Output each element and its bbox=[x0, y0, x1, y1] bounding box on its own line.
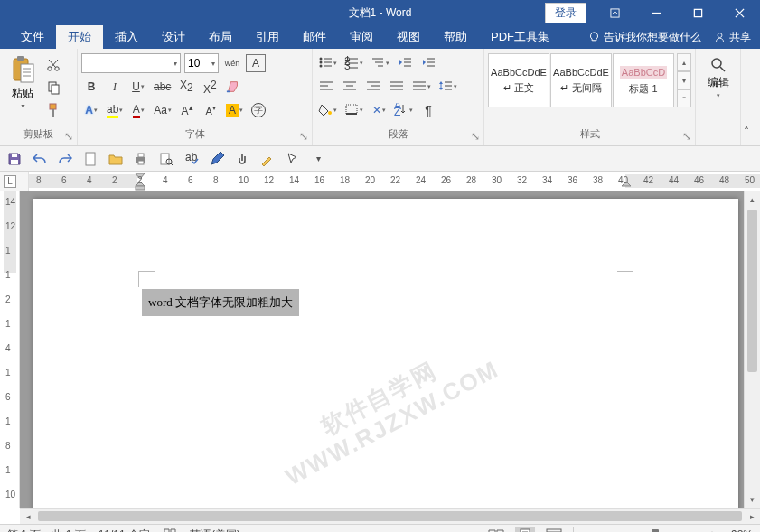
increase-indent-button[interactable] bbox=[418, 53, 438, 73]
collapse-ribbon-button[interactable]: ˄ bbox=[737, 122, 756, 142]
char-border-button[interactable]: A bbox=[246, 54, 266, 72]
spellcheck-status[interactable] bbox=[163, 527, 177, 533]
numbering-button[interactable]: 123▾ bbox=[342, 53, 365, 73]
cut-button[interactable] bbox=[43, 55, 63, 75]
style-normal[interactable]: AaBbCcDdE ↵ 正文 bbox=[488, 53, 549, 107]
redo-button[interactable] bbox=[56, 150, 74, 168]
zoom-in-button[interactable]: + bbox=[702, 527, 722, 532]
maximize-icon[interactable] bbox=[677, 0, 718, 25]
quick-print-button[interactable] bbox=[132, 150, 150, 168]
scroll-right-button[interactable]: ▸ bbox=[744, 509, 760, 525]
font-launcher[interactable]: ⤡ bbox=[298, 131, 309, 142]
copy-button[interactable] bbox=[43, 78, 63, 98]
ruler-horizontal[interactable]: 8642246810121416182022242628303234363840… bbox=[29, 172, 760, 191]
char-shading-button[interactable]: A▾ bbox=[224, 100, 245, 120]
new-button[interactable] bbox=[81, 150, 99, 168]
scrollbar-horizontal[interactable]: ◂ ▸ bbox=[20, 508, 760, 524]
minimize-icon[interactable] bbox=[635, 0, 677, 25]
strikethrough-button[interactable]: abc bbox=[152, 77, 173, 97]
ink-button[interactable] bbox=[208, 150, 226, 168]
find-button[interactable]: 编辑 ▾ bbox=[699, 51, 737, 99]
page-number[interactable]: 第 1 页，共 1 页 bbox=[7, 527, 86, 533]
borders-button[interactable]: ▾ bbox=[342, 100, 365, 120]
highlight-button[interactable]: ab▾ bbox=[105, 100, 125, 120]
grow-font-button[interactable]: A▴ bbox=[177, 100, 197, 120]
tab-view[interactable]: 视图 bbox=[385, 25, 432, 49]
styles-launcher[interactable]: ⤡ bbox=[681, 131, 692, 142]
subscript-button[interactable]: X2 bbox=[176, 77, 196, 97]
word-count[interactable]: 11/11 个字 bbox=[99, 527, 150, 533]
scroll-up-button[interactable]: ▴ bbox=[745, 191, 760, 208]
scroll-thumb-v[interactable] bbox=[747, 210, 757, 372]
style-scroll-up[interactable]: ▴ bbox=[677, 53, 691, 71]
customize-qat[interactable]: ▾ bbox=[309, 150, 327, 168]
font-size-combo[interactable]: 10▾ bbox=[184, 53, 219, 73]
sort-button[interactable]: AZ▾ bbox=[392, 100, 415, 120]
align-distribute-button[interactable]: ▾ bbox=[410, 77, 433, 97]
tab-file[interactable]: 文件 bbox=[9, 25, 56, 49]
tab-home[interactable]: 开始 bbox=[56, 25, 103, 49]
tell-me[interactable]: 告诉我你想要做什么 bbox=[588, 30, 701, 45]
align-justify-button[interactable] bbox=[387, 77, 407, 97]
close-icon[interactable] bbox=[718, 0, 760, 25]
multilevel-button[interactable]: ▾ bbox=[369, 53, 391, 73]
tab-selector[interactable]: L bbox=[0, 172, 29, 191]
tab-review[interactable]: 审阅 bbox=[338, 25, 385, 49]
scroll-left-button[interactable]: ◂ bbox=[20, 509, 36, 525]
tab-references[interactable]: 引用 bbox=[244, 25, 291, 49]
enclose-char-button[interactable]: 字 bbox=[249, 100, 268, 120]
ruler-vertical[interactable]: 1412112141618110 bbox=[0, 191, 20, 508]
bullets-button[interactable]: ▾ bbox=[316, 53, 339, 73]
change-case-button[interactable]: Aa▾ bbox=[152, 100, 174, 120]
scroll-thumb-h[interactable] bbox=[38, 511, 742, 521]
show-marks-button[interactable]: ¶ bbox=[418, 100, 438, 120]
scrollbar-vertical[interactable]: ▴ ▾ bbox=[744, 191, 760, 508]
align-center-button[interactable] bbox=[340, 77, 360, 97]
print-preview-button[interactable] bbox=[157, 150, 175, 168]
italic-button[interactable]: I bbox=[105, 77, 125, 97]
save-button[interactable] bbox=[5, 150, 23, 168]
asian-layout-button[interactable]: ✕▾ bbox=[369, 100, 389, 120]
tab-help[interactable]: 帮助 bbox=[432, 25, 479, 49]
open-button[interactable] bbox=[107, 150, 125, 168]
text-effects-button[interactable]: A▾ bbox=[81, 100, 101, 120]
tab-mail[interactable]: 邮件 bbox=[291, 25, 338, 49]
decrease-indent-button[interactable] bbox=[395, 53, 415, 73]
tab-layout[interactable]: 布局 bbox=[197, 25, 244, 49]
login-button[interactable]: 登录 bbox=[545, 3, 586, 23]
font-name-combo[interactable]: ▾ bbox=[81, 53, 181, 73]
superscript-button[interactable]: X2 bbox=[200, 77, 220, 97]
document-viewport[interactable]: word 文档字体无限加粗加大 软件自学网 WWW.RJZXW.COM bbox=[20, 191, 744, 508]
selected-text[interactable]: word 文档字体无限加粗加大 bbox=[142, 289, 299, 316]
zoom-level[interactable]: 98% bbox=[731, 528, 753, 532]
language[interactable]: 英语(美国) bbox=[190, 527, 240, 533]
underline-button[interactable]: U▾ bbox=[128, 77, 148, 97]
share-button[interactable]: 共享 bbox=[714, 30, 751, 45]
font-color-button[interactable]: A▾ bbox=[128, 100, 148, 120]
tab-pdf[interactable]: PDF工具集 bbox=[479, 25, 561, 49]
view-print-button[interactable] bbox=[515, 527, 535, 532]
draw-table-button[interactable] bbox=[258, 150, 277, 168]
align-left-button[interactable] bbox=[316, 77, 336, 97]
bold-button[interactable]: B bbox=[81, 77, 101, 97]
style-heading1[interactable]: AaBbCcD 标题 1 bbox=[613, 53, 674, 107]
view-read-button[interactable] bbox=[486, 527, 506, 532]
select-objects-button[interactable] bbox=[284, 150, 302, 168]
tab-insert[interactable]: 插入 bbox=[103, 25, 150, 49]
clear-format-button[interactable] bbox=[223, 77, 243, 97]
spellcheck-button[interactable]: ab bbox=[183, 150, 201, 168]
shading-button[interactable]: ▾ bbox=[316, 100, 339, 120]
scroll-down-button[interactable]: ▾ bbox=[745, 491, 760, 508]
line-spacing-button[interactable]: ▾ bbox=[436, 77, 459, 97]
clipboard-launcher[interactable]: ⤡ bbox=[63, 131, 74, 142]
para-launcher[interactable]: ⤡ bbox=[470, 131, 481, 142]
shrink-font-button[interactable]: A▾ bbox=[201, 100, 220, 120]
style-scroll-down[interactable]: ▾ bbox=[677, 71, 691, 89]
style-expand[interactable]: ⁼ bbox=[677, 89, 691, 107]
tab-design[interactable]: 设计 bbox=[150, 25, 197, 49]
format-painter-button[interactable] bbox=[43, 100, 63, 120]
align-right-button[interactable] bbox=[363, 77, 383, 97]
touch-mode-button[interactable] bbox=[233, 150, 251, 168]
style-nospacing[interactable]: AaBbCcDdE ↵ 无间隔 bbox=[550, 53, 612, 107]
ribbon-display-icon[interactable] bbox=[594, 0, 635, 25]
